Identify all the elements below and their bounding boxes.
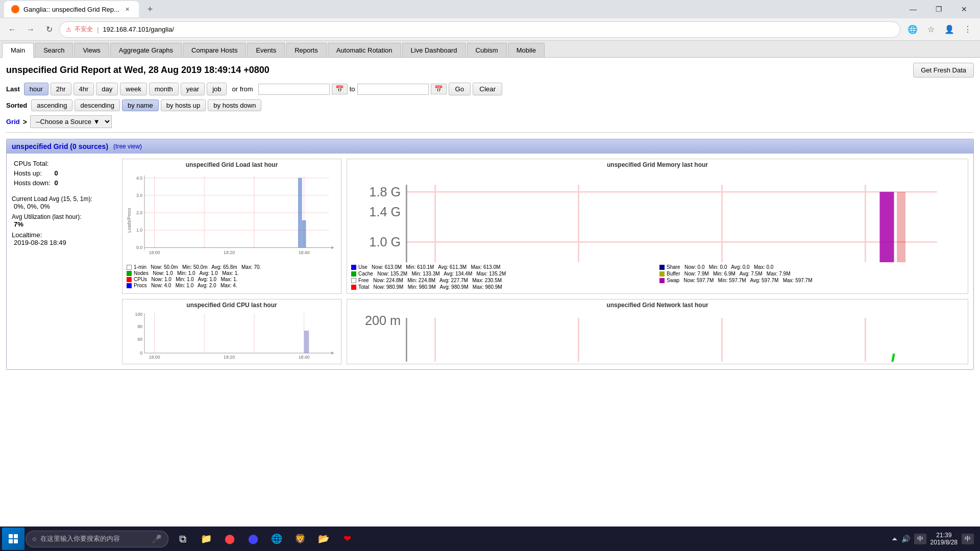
sort-btn-by-hosts-up[interactable]: by hosts up (161, 99, 206, 111)
grid-nav-arrow: > (23, 118, 27, 126)
url-text: 192.168.47.101/ganglia/ (103, 26, 174, 33)
top-charts-row: unspecified Grid Load last hour (122, 159, 968, 294)
tab-automatic-rotation[interactable]: Automatic Rotation (328, 43, 401, 57)
svg-text:18:00: 18:00 (149, 250, 160, 255)
taskbar-app-red2[interactable]: ❤ (336, 528, 358, 550)
svg-rect-23 (302, 220, 306, 248)
svg-rect-83 (14, 539, 18, 543)
tab-mobile[interactable]: Mobile (508, 43, 545, 57)
svg-text:2.0: 2.0 (136, 210, 142, 215)
get-fresh-data-button[interactable]: Get Fresh Data (913, 63, 974, 78)
sort-btn-ascending[interactable]: ascending (31, 99, 72, 111)
to-date-input[interactable] (357, 84, 429, 95)
time-btn-2hr[interactable]: 2hr (51, 83, 71, 95)
source-dropdown[interactable]: --Choose a Source ▼ (30, 115, 112, 128)
taskbar-chrome[interactable]: 🌐 (265, 528, 288, 550)
taskbar-search-bar[interactable]: ○ 在这里输入你要搜索的内容 🎤 (26, 531, 168, 547)
start-button[interactable] (2, 528, 24, 550)
time-btn-4hr[interactable]: 4hr (74, 83, 94, 95)
from-calendar-button[interactable]: 📅 (332, 84, 348, 94)
network-chart-container[interactable]: unspecified Grid Network last hour (347, 299, 968, 364)
svg-text:0.0: 0.0 (136, 245, 142, 250)
time-btn-day[interactable]: day (96, 83, 118, 95)
time-btn-month[interactable]: month (149, 83, 179, 95)
minimize-button[interactable]: — (901, 2, 925, 17)
time-btn-hour[interactable]: hour (24, 83, 48, 95)
tab-views[interactable]: Views (74, 43, 109, 57)
translate-icon[interactable]: 🌐 (904, 21, 921, 38)
svg-text:18:00: 18:00 (149, 355, 160, 360)
taskbar-app-blue[interactable]: ⬤ (242, 528, 264, 550)
svg-rect-22 (298, 178, 302, 248)
svg-text:1.4 G: 1.4 G (369, 205, 401, 219)
tab-reports[interactable]: Reports (286, 43, 327, 57)
tab-compare-hosts[interactable]: Compare Hosts (183, 43, 246, 57)
tray-speaker-icon[interactable]: 🔊 (901, 535, 910, 543)
memory-chart-legend: Use Now: 613.0M Min: 610.1M Avg: 611.3M … (349, 263, 966, 291)
grid-link[interactable]: Grid (6, 118, 20, 126)
svg-rect-52 (897, 192, 905, 262)
svg-text:3.0: 3.0 (136, 193, 142, 198)
from-date-input[interactable] (258, 84, 330, 95)
time-btn-job[interactable]: job (207, 83, 227, 95)
tab-cubism[interactable]: Cubism (467, 43, 507, 57)
svg-text:1.0 G: 1.0 G (369, 235, 401, 249)
load-chart-area: 0.0 1.0 2.0 3.0 4.0 18:00 18:20 18:40 (125, 170, 339, 262)
refresh-button[interactable]: ↻ (41, 21, 57, 38)
tab-live-dashboard[interactable]: Live Dashboard (402, 43, 466, 57)
tray-network-icon[interactable]: ⏶ (891, 535, 898, 543)
menu-icon[interactable]: ⋮ (960, 21, 976, 38)
bookmark-icon[interactable]: ☆ (923, 21, 939, 38)
go-button[interactable]: Go (449, 83, 471, 95)
tab-aggregate-graphs[interactable]: Aggregate Graphs (110, 43, 182, 57)
page-header: unspecified Grid Report at Wed, 28 Aug 2… (6, 63, 974, 78)
back-button[interactable]: ← (4, 21, 20, 38)
sort-btn-by-hosts-down[interactable]: by hosts down (208, 99, 261, 111)
tab-main[interactable]: Main (2, 43, 34, 58)
tab-close-btn[interactable]: ✕ (124, 5, 132, 13)
sort-btn-descending[interactable]: descending (75, 99, 120, 111)
tree-view-link[interactable]: (tree view) (113, 143, 142, 150)
svg-rect-68 (304, 331, 309, 353)
profile-icon[interactable]: 👤 (941, 21, 958, 38)
cpus-total-label: CPUs Total: (12, 159, 53, 168)
tab-search[interactable]: Search (35, 43, 73, 57)
taskbar-app-yellow[interactable]: 🦁 (289, 528, 311, 550)
page-title: unspecified Grid Report at Wed, 28 Aug 2… (6, 65, 270, 76)
windows-logo-icon (8, 534, 18, 544)
time-btn-week[interactable]: week (120, 83, 146, 95)
tab-events[interactable]: Events (247, 43, 285, 57)
close-button[interactable]: ✕ (952, 2, 976, 17)
svg-text:1.0: 1.0 (136, 228, 142, 233)
sort-btn-by-name[interactable]: by name (122, 99, 159, 111)
time-btn-year[interactable]: year (181, 83, 205, 95)
localtime-value: 2019-08-28 18:49 (14, 239, 114, 246)
svg-rect-24 (349, 170, 966, 262)
svg-text:18:20: 18:20 (224, 355, 235, 360)
browser-window: Ganglia:: unspecified Grid Rep... ✕ + — … (0, 0, 980, 551)
new-tab-button[interactable]: + (143, 2, 157, 16)
maximize-button[interactable]: ❐ (927, 2, 950, 17)
task-view-button[interactable]: ⧉ (172, 528, 194, 550)
forward-button[interactable]: → (22, 21, 39, 38)
network-chart-svg: 0 200 m (349, 311, 966, 362)
taskbar-folder[interactable]: 📂 (312, 528, 335, 550)
load-chart-container[interactable]: unspecified Grid Load last hour (122, 159, 341, 294)
taskbar-app-icons: ⧉ 📁 ⬤ ⬤ 🌐 🦁 📂 ❤ (172, 528, 358, 550)
clear-button[interactable]: Clear (473, 83, 502, 95)
memory-chart-container[interactable]: unspecified Grid Memory last hour (347, 159, 968, 294)
cpu-chart-container[interactable]: unspecified Grid CPU last hour (122, 299, 341, 364)
taskbar-file-explorer[interactable]: 📁 (195, 528, 217, 550)
hosts-up-label: Hosts up: (12, 168, 53, 178)
tab-favicon (11, 5, 19, 13)
hosts-up-value: 0 (53, 168, 60, 178)
to-calendar-button[interactable]: 📅 (431, 84, 447, 94)
grid-title-link[interactable]: unspecified Grid (0 sources) (12, 142, 108, 151)
browser-tab-active[interactable]: Ganglia:: unspecified Grid Rep... ✕ (4, 1, 139, 17)
grid-nav: Grid > --Choose a Source ▼ (6, 115, 974, 133)
address-bar[interactable]: ⚠ 不安全 | 192.168.47.101/ganglia/ (59, 21, 900, 38)
taskbar-app-red1[interactable]: ⬤ (218, 528, 241, 550)
input-method-indicator[interactable]: 中 (914, 534, 926, 544)
lang-indicator[interactable]: 中 (962, 534, 974, 544)
localtime-label: Localtime: (12, 231, 114, 239)
